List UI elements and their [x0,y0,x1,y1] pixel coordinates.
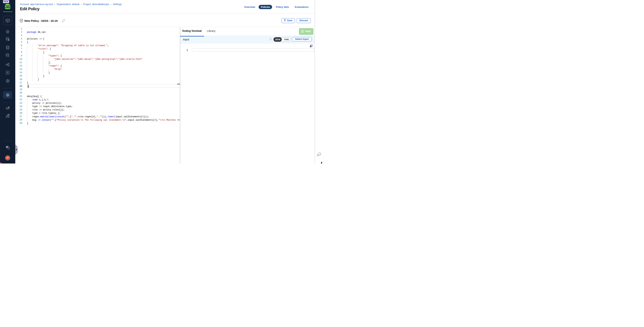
svg-text:?: ? [7,146,8,148]
svg-text:</>: </> [270,38,272,40]
